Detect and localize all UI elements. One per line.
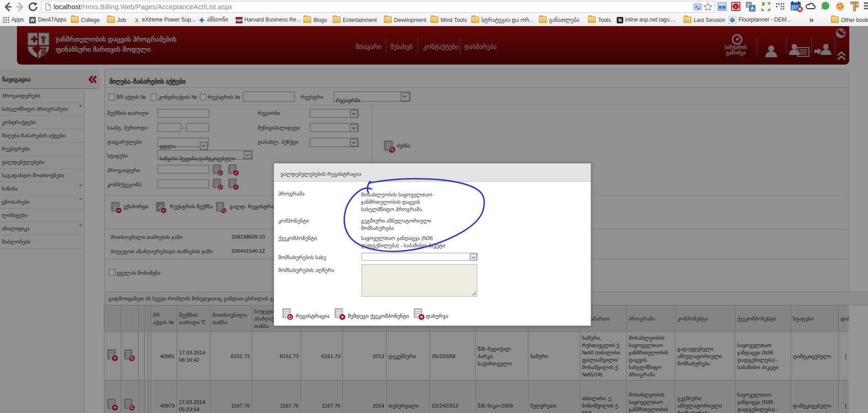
svg-text:A: A	[750, 5, 754, 11]
svg-text:X: X	[135, 17, 139, 23]
svg-text:N: N	[618, 18, 621, 23]
svg-text:HBR: HBR	[236, 19, 243, 22]
svg-text:W: W	[30, 18, 35, 23]
svg-text:t: t	[735, 4, 736, 9]
